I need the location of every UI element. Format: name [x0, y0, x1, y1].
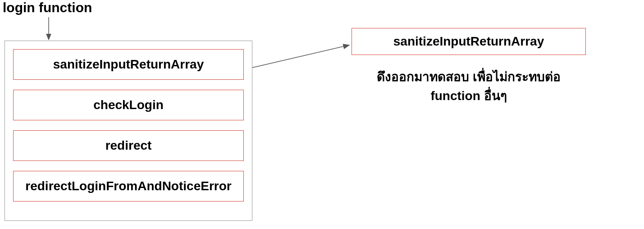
- arrow-inner-to-extracted: [252, 45, 349, 68]
- extracted-fn-box: sanitizeInputReturnArray: [352, 28, 586, 55]
- login-function-container: sanitizeInputReturnArray checkLogin redi…: [5, 41, 252, 221]
- extracted-caption: ดึงออกมาทดสอบ เพื่อไม่กระทบต่อ function …: [315, 68, 622, 105]
- extracted-caption-line1: ดึงออกมาทดสอบ เพื่อไม่กระทบต่อ: [315, 68, 622, 87]
- extracted-caption-line2: function อื่นๆ: [315, 87, 622, 105]
- fn-box-sanitize-input-return-array: sanitizeInputReturnArray: [13, 49, 244, 80]
- diagram-title: login function: [3, 0, 92, 15]
- fn-box-check-login: checkLogin: [13, 90, 244, 120]
- fn-box-redirect-login-from-and-notice-error: redirectLoginFromAndNoticeError: [13, 171, 244, 202]
- fn-box-redirect: redirect: [13, 130, 244, 161]
